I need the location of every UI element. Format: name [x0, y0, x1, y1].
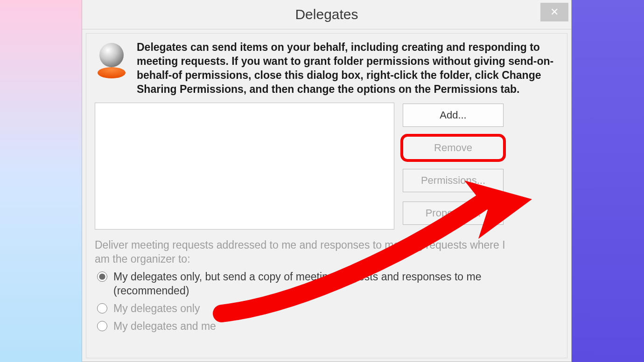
dialog-content: Delegates can send items on your behalf,… — [86, 33, 567, 358]
background-left-gradient — [0, 0, 82, 362]
radio-input-opt1[interactable] — [97, 272, 107, 282]
properties-button[interactable]: Properties... — [403, 202, 504, 225]
radio-label-opt3: My delegates and me — [113, 319, 216, 333]
svg-point-1 — [99, 43, 124, 67]
close-button[interactable]: ✕ — [540, 3, 568, 21]
deliver-requests-radiogroup: My delegates only, but send a copy of me… — [95, 270, 559, 333]
remove-button[interactable]: Remove — [403, 136, 504, 160]
radio-option-opt3[interactable]: My delegates and me — [95, 319, 559, 333]
radio-input-opt3[interactable] — [97, 321, 107, 331]
radio-option-opt1[interactable]: My delegates only, but send a copy of me… — [95, 270, 559, 298]
close-icon: ✕ — [550, 6, 559, 18]
delegate-listbox[interactable] — [95, 103, 394, 230]
radio-label-opt1: My delegates only, but send a copy of me… — [113, 270, 501, 298]
radio-label-opt2: My delegates only — [113, 301, 200, 315]
permissions-button[interactable]: Permissions... — [403, 169, 504, 192]
delegates-dialog: Delegates ✕ — [82, 0, 572, 362]
radio-input-opt2[interactable] — [97, 303, 107, 313]
background-right-gradient — [572, 0, 644, 362]
intro-description: Delegates can send items on your behalf,… — [137, 40, 557, 96]
dialog-title: Delegates — [82, 0, 571, 29]
dialog-titlebar: Delegates ✕ — [82, 0, 571, 29]
delegate-avatar-icon — [95, 40, 128, 96]
deliver-requests-label: Deliver meeting requests addressed to me… — [95, 238, 515, 266]
svg-point-0 — [98, 67, 126, 78]
add-button[interactable]: Add... — [403, 104, 504, 127]
delegate-action-buttons: Add... Remove Permissions... Properties.… — [403, 104, 504, 230]
radio-option-opt2[interactable]: My delegates only — [95, 301, 559, 315]
